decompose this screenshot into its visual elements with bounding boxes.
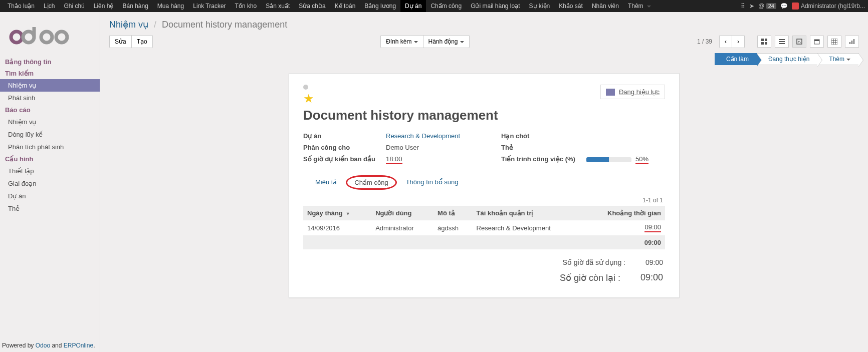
svg-rect-13 (831, 39, 837, 45)
pager-prev-button[interactable]: ‹ (719, 35, 732, 48)
table-header[interactable]: Mô tả (433, 206, 473, 220)
chat-icon[interactable]: 💬 (780, 3, 788, 10)
list-view-button[interactable] (775, 36, 789, 48)
table-header[interactable]: Tài khoản quản trị (473, 206, 583, 220)
sidebar-item[interactable]: Thẻ (0, 202, 100, 215)
powered-odoo-link[interactable]: Odoo (36, 342, 50, 349)
value-hours-remaining: 09:00 (640, 272, 663, 283)
priority-star-icon[interactable]: ★ (303, 92, 314, 105)
topmenu-item[interactable]: Tồn kho (231, 0, 262, 12)
topmenu-item[interactable]: Liên hệ (89, 0, 118, 12)
task-title: Document history management (303, 108, 665, 123)
breadcrumb: Nhiệm vụ / Document history management (100, 12, 868, 35)
svg-rect-6 (765, 42, 767, 45)
table-cell: Administrator (371, 220, 433, 236)
sidebar-item[interactable]: Giai đoạn (0, 177, 100, 190)
detail-tab[interactable]: Miêu tả (308, 175, 344, 190)
sidebar-header[interactable]: Bảng thông tin (0, 56, 100, 68)
status-stage[interactable]: Thêm (817, 53, 859, 65)
sidebar: Bảng thông tinTìm kiếmNhiệm vụPhát sinhB… (0, 12, 100, 352)
value-hours-used: 09:00 (645, 258, 663, 266)
detail-tab[interactable]: Thông tin bổ sung (399, 175, 466, 190)
topmenu-item[interactable]: Thảo luận (3, 0, 39, 12)
pager-next-button[interactable]: › (732, 35, 745, 48)
apps-icon[interactable]: ⠿ (741, 3, 745, 10)
powered-erponline-link[interactable]: ERPOnline (64, 342, 93, 349)
status-stage[interactable]: Cần làm (715, 53, 757, 65)
action-dropdown[interactable]: Hành động (423, 35, 470, 48)
topmenu-item[interactable]: Chấm công (426, 0, 466, 12)
topmenu-item[interactable]: Ghi chú (59, 0, 89, 12)
pager: 1 / 39 (697, 38, 712, 45)
topmenu-item[interactable]: Sản xuất (261, 0, 294, 12)
kanban-state-dot[interactable] (303, 85, 308, 90)
topmenu-item[interactable]: Dự án (400, 0, 426, 12)
sidebar-header[interactable]: Báo cáo (0, 104, 100, 116)
table-pager: 1-1 of 1 (303, 197, 665, 204)
control-bar: Sửa Tạo Đính kèm Hành động 1 / 39 ‹ › (100, 35, 868, 53)
label-tags: Thẻ (501, 144, 581, 151)
svg-rect-18 (849, 42, 850, 44)
sidebar-item[interactable]: Dòng lũy kế (0, 128, 100, 141)
topmenu-item[interactable]: Kế toán (330, 0, 360, 12)
label-deadline: Hạn chót (501, 132, 581, 140)
svg-rect-19 (851, 41, 852, 44)
table-row[interactable]: 14/09/2016AdministratorágdsshResearch & … (303, 220, 665, 236)
edit-button[interactable]: Sửa (109, 35, 132, 48)
calendar-view-button[interactable] (810, 36, 824, 48)
label-assigned: Phân công cho (303, 144, 381, 151)
label-planned-hours: Số giờ dự kiến ban đầu (303, 155, 381, 164)
topmenu-item[interactable]: Sự kiện (525, 0, 555, 12)
topmenu-item[interactable]: Link Tracker (188, 0, 230, 12)
pivot-view-button[interactable] (827, 36, 841, 48)
top-menubar: Thảo luậnLịchGhi chúLiên hệBán hàngMua h… (0, 0, 868, 12)
stage-button[interactable]: Đang hiệu lực (600, 85, 665, 99)
topmenu-item[interactable]: Gửi mail hàng loạt (466, 0, 524, 12)
field-planned-hours: 18:00 (386, 155, 496, 164)
svg-rect-5 (761, 42, 764, 45)
form-view-button[interactable] (792, 36, 806, 48)
topmenu-item[interactable]: Thêm (623, 0, 656, 12)
sidebar-item[interactable]: Phát sinh (0, 92, 100, 104)
create-button[interactable]: Tạo (131, 35, 153, 48)
sidebar-item[interactable]: Thiết lập (0, 165, 100, 177)
field-project[interactable]: Research & Development (386, 132, 496, 140)
svg-rect-8 (779, 41, 785, 42)
label-hours-used: Số giờ đã sử dụng : (562, 258, 625, 266)
detail-tabs: Miêu tảChấm côngThông tin bổ sung (303, 175, 665, 190)
sidebar-header[interactable]: Cấu hình (0, 153, 100, 165)
kanban-view-button[interactable] (757, 36, 771, 48)
sidebar-item[interactable]: Phân tích phát sinh (0, 141, 100, 153)
sidebar-item[interactable]: Nhiệm vụ (0, 116, 100, 128)
topmenu-item[interactable]: Mua hàng (153, 0, 188, 12)
user-menu[interactable]: Administrator (hgl19rb... (792, 3, 865, 10)
detail-tab[interactable]: Chấm công (346, 175, 396, 190)
table-header[interactable]: Người dùng (371, 206, 433, 220)
sidebar-header[interactable]: Tìm kiếm (0, 68, 100, 79)
status-stage[interactable]: Đang thực hiện (757, 53, 818, 65)
svg-rect-3 (761, 39, 764, 41)
topmenu-item[interactable]: Nhân viên (587, 0, 623, 12)
topmenu-item[interactable]: Bán hàng (118, 0, 152, 12)
topmenu-item[interactable]: Sửa chữa (294, 0, 330, 12)
systray: ⠿ ➤ @ 24 💬 Administrator (hgl19rb... (741, 3, 865, 10)
topmenu-item[interactable]: Lịch (39, 0, 59, 12)
attach-dropdown[interactable]: Đính kèm (380, 35, 423, 48)
field-deadline (586, 132, 665, 140)
table-header[interactable]: Ngày tháng▼ (303, 206, 371, 220)
svg-rect-9 (779, 43, 785, 44)
sidebar-item[interactable]: Dự án (0, 190, 100, 202)
totals: Số giờ đã sử dụng : 09:00 Số giờ còn lại… (303, 255, 665, 286)
breadcrumb-parent[interactable]: Nhiệm vụ (109, 20, 148, 30)
topmenu-item[interactable]: Bảng lương (360, 0, 400, 12)
sidebar-item[interactable]: Nhiệm vụ (0, 79, 100, 92)
field-assigned: Demo User (386, 144, 496, 151)
table-header[interactable]: Khoảng thời gian (582, 206, 665, 220)
graph-view-button[interactable] (845, 36, 859, 48)
svg-point-1 (41, 32, 52, 43)
messaging-icon[interactable]: @ 24 (758, 3, 776, 10)
svg-rect-7 (779, 39, 785, 40)
send-icon[interactable]: ➤ (749, 3, 754, 10)
svg-point-0 (11, 32, 22, 43)
topmenu-item[interactable]: Khảo sát (554, 0, 587, 12)
